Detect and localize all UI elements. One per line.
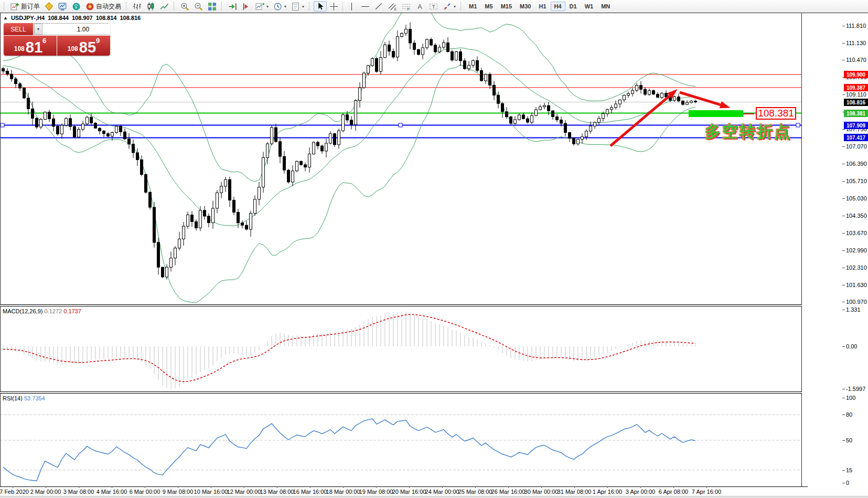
time-tick-mark xyxy=(508,486,509,488)
line-chart-button[interactable] xyxy=(158,1,171,12)
volume-decrease-button[interactable]: ▼ xyxy=(34,24,42,35)
cursor-tool-button[interactable] xyxy=(314,1,327,12)
timeframe-mn[interactable]: MN xyxy=(597,2,614,11)
sell-price-point: 6 xyxy=(42,37,46,45)
symbol-name: USDJPY-,H4 xyxy=(11,15,45,21)
tile-windows-button[interactable] xyxy=(206,1,219,12)
main-chart-pane[interactable] xyxy=(0,13,802,304)
time-tick-label: 30 Mar 00:00 xyxy=(524,489,559,495)
terminal-button[interactable] xyxy=(56,1,69,12)
time-tick-mark xyxy=(211,486,211,488)
window-bottom-edge xyxy=(0,496,868,498)
indicators-button[interactable]: ▾ xyxy=(253,1,271,12)
price-callout-box[interactable]: 108.381 xyxy=(756,107,796,120)
time-tick-label: 24 Mar 00:00 xyxy=(425,489,459,495)
rsi-tick-label: 15 xyxy=(846,467,852,473)
zoom-out-button[interactable] xyxy=(192,1,205,12)
price-tick-label: 105.710 xyxy=(846,178,867,184)
chart-shift-button[interactable] xyxy=(240,1,253,12)
macd-axis[interactable]: 1.3310.00-1.5997 xyxy=(802,306,868,391)
templates-button[interactable]: ▾ xyxy=(289,1,306,12)
one-click-trading-panel: SELL ▼ ▲ BUY 108 81 6 108 85 9 xyxy=(4,23,110,56)
timeframe-m5[interactable]: M5 xyxy=(481,2,496,11)
templates-dropdown-caret[interactable]: ▾ xyxy=(302,4,304,9)
time-axis[interactable]: 27 Feb 20202 Mar 00:003 Mar 08:004 Mar 1… xyxy=(0,488,808,496)
rsi-chart[interactable] xyxy=(0,394,802,486)
time-tick-label: 9 Mar 08:00 xyxy=(163,489,194,495)
timeframe-h1[interactable]: H1 xyxy=(535,2,550,11)
volume-input[interactable] xyxy=(42,24,110,35)
time-tick-mark xyxy=(673,486,674,488)
price-axis[interactable]: 111.810111.130110.470109.790109.110108.4… xyxy=(802,13,868,304)
rsi-axis[interactable]: 1008050150 xyxy=(802,394,868,486)
text-label-tool-button[interactable]: T xyxy=(427,1,440,12)
sell-button[interactable]: SELL xyxy=(4,23,33,35)
price-tick-mark xyxy=(842,216,845,216)
new-order-icon xyxy=(10,2,19,11)
price-badge: 109.900 xyxy=(844,71,868,78)
time-tick-label: 3 Mar 08:00 xyxy=(63,489,94,495)
time-tick-label: 16 Mar 16:00 xyxy=(293,489,327,495)
price-badge: 108.381 xyxy=(844,110,868,117)
zoom-in-button[interactable] xyxy=(178,1,191,12)
timeframe-h4[interactable]: H4 xyxy=(551,2,565,11)
time-tick-label: 4 Mar 16:00 xyxy=(97,489,127,495)
rsi-pane[interactable]: RSI(14) 53.7354 xyxy=(0,394,802,486)
indicators-dropdown-caret[interactable]: ▾ xyxy=(266,4,269,9)
crosshair-tool-button[interactable] xyxy=(327,1,340,12)
price-tick-mark xyxy=(842,60,845,60)
arrows-tool-button[interactable]: ▾ xyxy=(441,1,458,12)
trendline-tool-button[interactable] xyxy=(372,1,385,12)
time-tick-mark xyxy=(574,486,575,488)
horizontal-line-tool-button[interactable] xyxy=(359,1,372,12)
pane-separator[interactable] xyxy=(0,304,802,306)
autotrading-button[interactable]: 自动交易 xyxy=(83,1,123,12)
macd-pane[interactable]: MACD(12,26,9) 0.1272 0.1737 xyxy=(0,306,802,391)
candlestick-chart-button[interactable] xyxy=(144,1,157,12)
new-order-button[interactable]: 新订单 xyxy=(8,1,42,12)
pane-separator[interactable] xyxy=(0,391,802,394)
time-tick-label: 12 Mar 00:00 xyxy=(227,489,261,495)
rsi-value: 53.7354 xyxy=(24,395,45,401)
macd-tick-mark xyxy=(842,346,845,347)
toolbar-grip xyxy=(460,2,463,10)
price-tick-mark xyxy=(842,129,845,130)
time-tick-mark xyxy=(244,486,244,488)
expand-arrow-icon[interactable]: ▲ xyxy=(3,15,8,20)
timeframe-m30[interactable]: M30 xyxy=(516,2,534,11)
sell-price-button[interactable]: 108 81 6 xyxy=(4,36,57,56)
candlestick-chart[interactable] xyxy=(0,13,802,304)
price-tick-mark xyxy=(842,181,845,182)
time-tick-mark xyxy=(112,486,112,488)
auto-scroll-button[interactable] xyxy=(226,1,239,12)
channel-tool-button[interactable]: E xyxy=(386,1,399,12)
macd-chart[interactable] xyxy=(0,306,802,391)
time-tick-label: 7 Apr 16:00 xyxy=(692,489,721,495)
signals-button[interactable] xyxy=(70,1,83,12)
vertical-line-tool-button[interactable] xyxy=(345,1,358,12)
time-tick-label: 1 Apr 16:00 xyxy=(593,489,622,495)
bar-chart-button[interactable] xyxy=(131,1,144,12)
timeframe-d1[interactable]: D1 xyxy=(566,2,581,11)
price-tick-mark xyxy=(842,250,845,251)
metaeditor-button[interactable] xyxy=(42,1,56,12)
toolbar-grip xyxy=(4,2,6,10)
text-tool-button[interactable]: A xyxy=(413,1,426,12)
fibonacci-tool-button[interactable]: F xyxy=(400,1,413,12)
signals-icon xyxy=(72,2,81,11)
sell-price-integer: 108 xyxy=(14,45,25,52)
price-tick-label: 105.030 xyxy=(846,195,867,202)
arrows-dropdown-caret[interactable]: ▾ xyxy=(454,4,456,9)
timeframe-m1[interactable]: M1 xyxy=(465,2,480,11)
timeframe-w1[interactable]: W1 xyxy=(581,2,597,11)
macd-name: MACD(12,26,9) xyxy=(3,308,42,314)
timeframe-m15[interactable]: M15 xyxy=(497,2,516,11)
periods-button[interactable]: ▾ xyxy=(271,1,288,12)
buy-price-button[interactable]: 108 85 9 xyxy=(57,36,110,56)
chinese-annotation[interactable]: 多空转折点 xyxy=(705,121,791,143)
buy-price-pips: 85 xyxy=(79,40,96,54)
time-tick-mark xyxy=(607,486,608,488)
periods-dropdown-caret[interactable]: ▾ xyxy=(284,4,286,9)
macd-main-value: 0.1272 xyxy=(44,308,62,314)
cursor-icon xyxy=(316,2,325,11)
